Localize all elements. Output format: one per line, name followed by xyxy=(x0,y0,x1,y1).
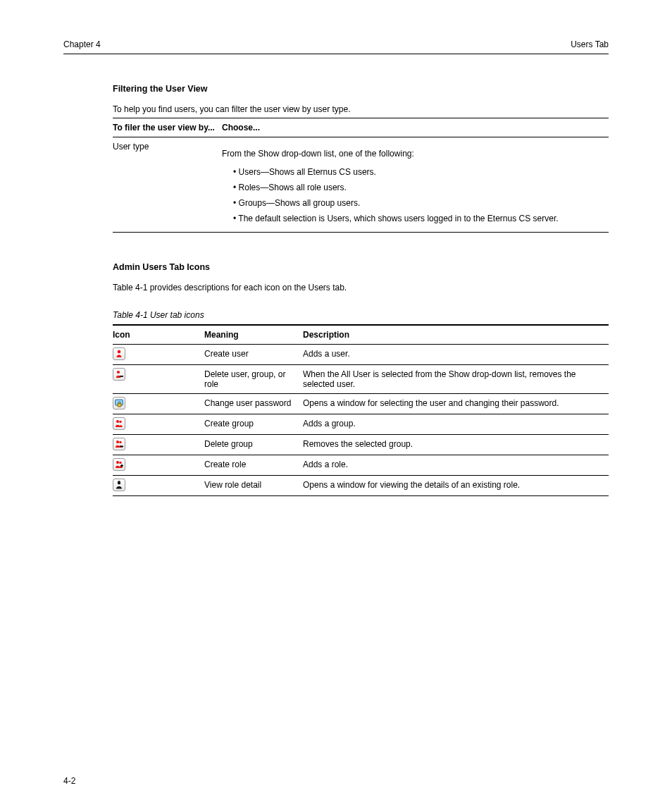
filter-th-a: To filer the user view by... xyxy=(113,118,222,137)
svg-point-10 xyxy=(116,461,119,464)
icon-th-desc: Description xyxy=(303,325,609,345)
icon-meaning: Delete user, group, or role xyxy=(204,365,303,394)
runhead-rule xyxy=(63,54,609,54)
filter-bullet-default: The default selection is Users, which sh… xyxy=(233,212,603,225)
filter-choose-lead: From the Show drop-down list, one of the… xyxy=(222,147,603,160)
icon-row: View role detailOpens a window for viewi… xyxy=(113,476,609,496)
filter-table: To filer the user view by... Choose... U… xyxy=(113,118,609,233)
icon-cell xyxy=(113,414,204,435)
person-icon xyxy=(113,347,125,360)
icon-cell xyxy=(113,476,204,496)
svg-rect-13 xyxy=(121,464,122,467)
svg-point-5 xyxy=(116,420,119,423)
table-caption: Table 4-1 User tab icons xyxy=(113,310,609,320)
people-icon xyxy=(113,417,125,430)
icon-th-mean: Meaning xyxy=(204,325,303,345)
icon-cell xyxy=(113,365,204,394)
filter-cell-type: User type xyxy=(113,137,222,233)
icon-table: Icon Meaning Description Create userAdds… xyxy=(113,324,609,496)
icon-description: Opens a window for selecting the user an… xyxy=(303,394,609,414)
icon-row: Create groupAdds a group. xyxy=(113,414,609,435)
icon-description: Adds a user. xyxy=(303,345,609,365)
icon-cell xyxy=(113,394,204,414)
filter-bullet-roles: Roles—Shows all role users. xyxy=(233,181,603,194)
lock-icon xyxy=(113,397,125,409)
icon-cell xyxy=(113,345,204,365)
icon-cell xyxy=(113,455,204,476)
svg-rect-2 xyxy=(120,376,123,377)
svg-point-8 xyxy=(119,441,121,443)
svg-point-7 xyxy=(116,441,119,443)
people-plus-icon xyxy=(113,458,125,471)
runhead-section: Users Tab xyxy=(571,39,609,49)
icon-meaning: Create group xyxy=(204,414,303,435)
svg-point-1 xyxy=(117,371,120,374)
svg-point-6 xyxy=(119,421,121,423)
icon-row: Delete user, group, or roleWhen the All … xyxy=(113,365,609,394)
filter-bullet-groups: Groups—Shows all group users. xyxy=(233,197,603,209)
person-minus-icon xyxy=(113,368,125,381)
section-title-filtering: Filtering the User View xyxy=(113,84,609,94)
svg-rect-4 xyxy=(118,404,121,407)
icon-description: Removes the selected group. xyxy=(303,435,609,455)
section-title-icons: Admin Users Tab Icons xyxy=(113,262,609,272)
icon-description: Adds a group. xyxy=(303,414,609,435)
icon-meaning: Change user password xyxy=(204,394,303,414)
section-intro-filtering: To help you find users, you can filter t… xyxy=(113,104,609,115)
svg-point-0 xyxy=(118,350,121,354)
icon-description: Opens a window for viewing the details o… xyxy=(303,476,609,496)
icon-meaning: View role detail xyxy=(204,476,303,496)
icon-th-icon: Icon xyxy=(113,325,204,345)
svg-rect-9 xyxy=(120,446,123,448)
icon-row: Create roleAdds a role. xyxy=(113,455,609,476)
icon-cell xyxy=(113,435,204,455)
svg-point-11 xyxy=(119,462,121,464)
filter-cell-choose: From the Show drop-down list, one of the… xyxy=(222,137,609,233)
icon-row: Delete groupRemoves the selected group. xyxy=(113,435,609,455)
icon-meaning: Create role xyxy=(204,455,303,476)
icon-meaning: Delete group xyxy=(204,435,303,455)
icon-row: Create userAdds a user. xyxy=(113,345,609,365)
role-icon xyxy=(113,479,125,491)
filter-bullet-users: Users—Shows all Eternus CS users. xyxy=(233,166,603,178)
icon-description: When the All User is selected from the S… xyxy=(303,365,609,394)
icon-description: Adds a role. xyxy=(303,455,609,476)
runhead-chapter: Chapter 4 xyxy=(63,39,101,49)
filter-row: User type From the Show drop-down list, … xyxy=(113,137,609,233)
people-minus-icon xyxy=(113,438,125,450)
running-header: Chapter 4 Users Tab xyxy=(63,39,609,49)
page-number: 4-2 xyxy=(63,776,75,786)
filter-th-b: Choose... xyxy=(222,118,609,137)
section-intro-icons: Table 4-1 provides descriptions for each… xyxy=(113,282,609,293)
icon-row: Change user passwordOpens a window for s… xyxy=(113,394,609,414)
icon-meaning: Create user xyxy=(204,345,303,365)
